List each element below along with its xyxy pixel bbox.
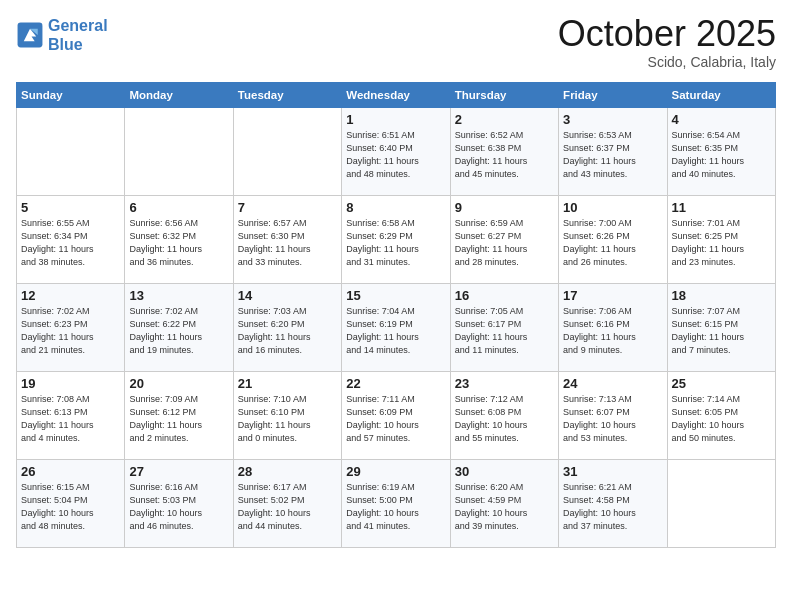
day-info: Sunrise: 7:02 AM Sunset: 6:23 PM Dayligh… — [21, 305, 120, 357]
calendar-body: 1Sunrise: 6:51 AM Sunset: 6:40 PM Daylig… — [17, 108, 776, 548]
day-info: Sunrise: 6:17 AM Sunset: 5:02 PM Dayligh… — [238, 481, 337, 533]
day-info: Sunrise: 7:12 AM Sunset: 6:08 PM Dayligh… — [455, 393, 554, 445]
day-info: Sunrise: 7:01 AM Sunset: 6:25 PM Dayligh… — [672, 217, 771, 269]
day-info: Sunrise: 6:51 AM Sunset: 6:40 PM Dayligh… — [346, 129, 445, 181]
day-number: 4 — [672, 112, 771, 127]
calendar-cell: 6Sunrise: 6:56 AM Sunset: 6:32 PM Daylig… — [125, 196, 233, 284]
calendar-cell: 28Sunrise: 6:17 AM Sunset: 5:02 PM Dayli… — [233, 460, 341, 548]
day-number: 16 — [455, 288, 554, 303]
day-info: Sunrise: 6:16 AM Sunset: 5:03 PM Dayligh… — [129, 481, 228, 533]
day-info: Sunrise: 7:07 AM Sunset: 6:15 PM Dayligh… — [672, 305, 771, 357]
calendar-cell: 5Sunrise: 6:55 AM Sunset: 6:34 PM Daylig… — [17, 196, 125, 284]
day-info: Sunrise: 6:21 AM Sunset: 4:58 PM Dayligh… — [563, 481, 662, 533]
day-info: Sunrise: 6:15 AM Sunset: 5:04 PM Dayligh… — [21, 481, 120, 533]
day-number: 1 — [346, 112, 445, 127]
calendar-cell: 13Sunrise: 7:02 AM Sunset: 6:22 PM Dayli… — [125, 284, 233, 372]
weekday-label: Saturday — [667, 83, 775, 108]
logo-icon — [16, 21, 44, 49]
calendar-cell: 22Sunrise: 7:11 AM Sunset: 6:09 PM Dayli… — [342, 372, 450, 460]
weekday-label: Thursday — [450, 83, 558, 108]
calendar-week-row: 12Sunrise: 7:02 AM Sunset: 6:23 PM Dayli… — [17, 284, 776, 372]
calendar-week-row: 26Sunrise: 6:15 AM Sunset: 5:04 PM Dayli… — [17, 460, 776, 548]
calendar-week-row: 5Sunrise: 6:55 AM Sunset: 6:34 PM Daylig… — [17, 196, 776, 284]
day-number: 25 — [672, 376, 771, 391]
day-number: 19 — [21, 376, 120, 391]
day-number: 23 — [455, 376, 554, 391]
day-info: Sunrise: 7:08 AM Sunset: 6:13 PM Dayligh… — [21, 393, 120, 445]
day-number: 27 — [129, 464, 228, 479]
day-info: Sunrise: 7:04 AM Sunset: 6:19 PM Dayligh… — [346, 305, 445, 357]
calendar-cell: 11Sunrise: 7:01 AM Sunset: 6:25 PM Dayli… — [667, 196, 775, 284]
calendar-cell — [667, 460, 775, 548]
day-number: 8 — [346, 200, 445, 215]
day-number: 11 — [672, 200, 771, 215]
calendar-cell: 9Sunrise: 6:59 AM Sunset: 6:27 PM Daylig… — [450, 196, 558, 284]
weekday-header-row: SundayMondayTuesdayWednesdayThursdayFrid… — [17, 83, 776, 108]
calendar-cell: 30Sunrise: 6:20 AM Sunset: 4:59 PM Dayli… — [450, 460, 558, 548]
calendar-cell: 4Sunrise: 6:54 AM Sunset: 6:35 PM Daylig… — [667, 108, 775, 196]
month-title: October 2025 — [558, 16, 776, 52]
day-number: 29 — [346, 464, 445, 479]
calendar-cell — [125, 108, 233, 196]
page-header: General Blue October 2025 Scido, Calabri… — [16, 16, 776, 70]
day-number: 30 — [455, 464, 554, 479]
calendar-cell: 25Sunrise: 7:14 AM Sunset: 6:05 PM Dayli… — [667, 372, 775, 460]
calendar-week-row: 1Sunrise: 6:51 AM Sunset: 6:40 PM Daylig… — [17, 108, 776, 196]
day-number: 6 — [129, 200, 228, 215]
calendar-cell: 15Sunrise: 7:04 AM Sunset: 6:19 PM Dayli… — [342, 284, 450, 372]
calendar-cell: 29Sunrise: 6:19 AM Sunset: 5:00 PM Dayli… — [342, 460, 450, 548]
day-number: 28 — [238, 464, 337, 479]
calendar-cell: 19Sunrise: 7:08 AM Sunset: 6:13 PM Dayli… — [17, 372, 125, 460]
day-info: Sunrise: 6:20 AM Sunset: 4:59 PM Dayligh… — [455, 481, 554, 533]
day-number: 2 — [455, 112, 554, 127]
day-number: 22 — [346, 376, 445, 391]
day-info: Sunrise: 7:06 AM Sunset: 6:16 PM Dayligh… — [563, 305, 662, 357]
calendar-cell: 31Sunrise: 6:21 AM Sunset: 4:58 PM Dayli… — [559, 460, 667, 548]
day-number: 13 — [129, 288, 228, 303]
calendar-cell: 2Sunrise: 6:52 AM Sunset: 6:38 PM Daylig… — [450, 108, 558, 196]
calendar-cell: 26Sunrise: 6:15 AM Sunset: 5:04 PM Dayli… — [17, 460, 125, 548]
calendar-cell: 17Sunrise: 7:06 AM Sunset: 6:16 PM Dayli… — [559, 284, 667, 372]
weekday-label: Monday — [125, 83, 233, 108]
day-number: 14 — [238, 288, 337, 303]
calendar-cell: 7Sunrise: 6:57 AM Sunset: 6:30 PM Daylig… — [233, 196, 341, 284]
logo-blue: Blue — [48, 36, 83, 53]
day-info: Sunrise: 6:54 AM Sunset: 6:35 PM Dayligh… — [672, 129, 771, 181]
day-info: Sunrise: 6:56 AM Sunset: 6:32 PM Dayligh… — [129, 217, 228, 269]
day-number: 5 — [21, 200, 120, 215]
day-number: 10 — [563, 200, 662, 215]
calendar-cell: 20Sunrise: 7:09 AM Sunset: 6:12 PM Dayli… — [125, 372, 233, 460]
day-number: 20 — [129, 376, 228, 391]
day-info: Sunrise: 6:57 AM Sunset: 6:30 PM Dayligh… — [238, 217, 337, 269]
calendar-cell: 12Sunrise: 7:02 AM Sunset: 6:23 PM Dayli… — [17, 284, 125, 372]
day-number: 7 — [238, 200, 337, 215]
day-number: 18 — [672, 288, 771, 303]
calendar-week-row: 19Sunrise: 7:08 AM Sunset: 6:13 PM Dayli… — [17, 372, 776, 460]
day-info: Sunrise: 6:19 AM Sunset: 5:00 PM Dayligh… — [346, 481, 445, 533]
day-info: Sunrise: 7:14 AM Sunset: 6:05 PM Dayligh… — [672, 393, 771, 445]
calendar-cell — [17, 108, 125, 196]
day-number: 17 — [563, 288, 662, 303]
title-block: October 2025 Scido, Calabria, Italy — [558, 16, 776, 70]
day-number: 31 — [563, 464, 662, 479]
location-subtitle: Scido, Calabria, Italy — [558, 54, 776, 70]
weekday-label: Friday — [559, 83, 667, 108]
day-number: 9 — [455, 200, 554, 215]
day-info: Sunrise: 7:13 AM Sunset: 6:07 PM Dayligh… — [563, 393, 662, 445]
calendar-cell: 21Sunrise: 7:10 AM Sunset: 6:10 PM Dayli… — [233, 372, 341, 460]
day-info: Sunrise: 7:02 AM Sunset: 6:22 PM Dayligh… — [129, 305, 228, 357]
day-number: 12 — [21, 288, 120, 303]
day-info: Sunrise: 6:52 AM Sunset: 6:38 PM Dayligh… — [455, 129, 554, 181]
day-info: Sunrise: 6:55 AM Sunset: 6:34 PM Dayligh… — [21, 217, 120, 269]
calendar-cell: 3Sunrise: 6:53 AM Sunset: 6:37 PM Daylig… — [559, 108, 667, 196]
calendar-table: SundayMondayTuesdayWednesdayThursdayFrid… — [16, 82, 776, 548]
day-info: Sunrise: 7:09 AM Sunset: 6:12 PM Dayligh… — [129, 393, 228, 445]
weekday-label: Sunday — [17, 83, 125, 108]
calendar-cell: 18Sunrise: 7:07 AM Sunset: 6:15 PM Dayli… — [667, 284, 775, 372]
day-info: Sunrise: 7:11 AM Sunset: 6:09 PM Dayligh… — [346, 393, 445, 445]
logo-general: General — [48, 17, 108, 34]
day-info: Sunrise: 6:59 AM Sunset: 6:27 PM Dayligh… — [455, 217, 554, 269]
calendar-cell: 1Sunrise: 6:51 AM Sunset: 6:40 PM Daylig… — [342, 108, 450, 196]
weekday-label: Tuesday — [233, 83, 341, 108]
calendar-cell: 27Sunrise: 6:16 AM Sunset: 5:03 PM Dayli… — [125, 460, 233, 548]
